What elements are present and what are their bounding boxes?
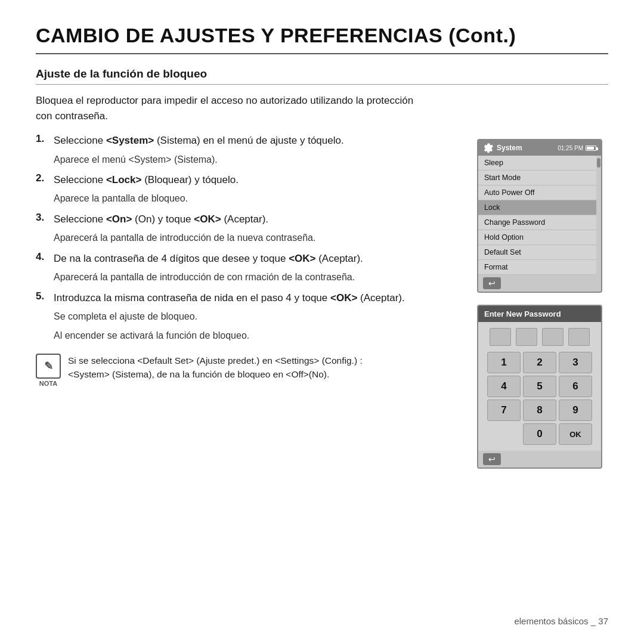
password-box-3 bbox=[542, 328, 564, 346]
num-btn-1[interactable]: 1 bbox=[487, 352, 521, 373]
step-4: 4. De na la contraseña de 4 dígitos que … bbox=[36, 251, 459, 267]
step-1-note: Aparece el menú <System> (Sistema). bbox=[54, 153, 459, 166]
step-2-note: Aparece la pantalla de bloqueo. bbox=[54, 192, 459, 205]
scrollbar bbox=[596, 156, 601, 275]
intro-text: Bloquea el reproductor para impedir el a… bbox=[36, 93, 417, 123]
step-2-text: Seleccione <Lock> (Bloquear) y tóquelo. bbox=[54, 172, 239, 188]
step-3: 3. Seleccione <On> (On) y toque <OK> (Ac… bbox=[36, 212, 459, 227]
numpad-row-1: 1 2 3 bbox=[482, 352, 597, 373]
num-btn-2[interactable]: 2 bbox=[523, 352, 556, 373]
step-3-text: Seleccione <On> (On) y toque <OK> (Acept… bbox=[54, 212, 268, 227]
back-btn-row: ↩ bbox=[478, 275, 601, 292]
device-system-title: System bbox=[497, 144, 522, 152]
back-button[interactable]: ↩ bbox=[483, 277, 501, 289]
num-btn-7[interactable]: 7 bbox=[487, 400, 521, 421]
menu-item-change-password: Change Password bbox=[478, 215, 596, 230]
menu-item-format: Format bbox=[478, 260, 596, 275]
num-btn-8[interactable]: 8 bbox=[523, 400, 556, 421]
screenshots-column: System 01:25 PM Sleep Start Mode Auto Po… bbox=[477, 139, 608, 469]
battery-icon bbox=[586, 145, 596, 151]
menu-with-scroll: Sleep Start Mode Auto Power Off Lock Cha… bbox=[478, 156, 601, 275]
password-box-4 bbox=[568, 328, 590, 346]
menu-item-hold-option: Hold Option bbox=[478, 230, 596, 245]
note-icon: ✎ bbox=[36, 354, 61, 379]
num-btn-3[interactable]: 3 bbox=[559, 352, 592, 373]
step-5-note1: Se completa el ajuste de bloqueo. bbox=[54, 310, 459, 323]
device-time: 01:25 PM bbox=[558, 145, 583, 151]
scroll-thumb bbox=[597, 158, 600, 168]
step-3-note: Aparecerá la pantalla de introducción de… bbox=[54, 231, 459, 244]
step-1-text: Seleccione <System> (Sistema) en el menú… bbox=[54, 133, 344, 148]
numpad-row-4: 0 OK bbox=[482, 423, 597, 445]
password-box-1 bbox=[490, 328, 511, 346]
note-section: ✎ NOTA Si se selecciona <Default Set> (A… bbox=[36, 354, 405, 387]
step-4-note: Aparecerá la pantalla de introducción de… bbox=[54, 271, 459, 284]
device-header: System 01:25 PM bbox=[478, 140, 601, 156]
num-btn-0[interactable]: 0 bbox=[523, 423, 556, 445]
step-5-note2: Al encender se activará la función de bl… bbox=[54, 329, 459, 342]
step-5: 5. Introduzca la misma contraseña de nid… bbox=[36, 290, 459, 306]
steps-column: 1. Seleccione <System> (Sistema) en el m… bbox=[36, 133, 459, 387]
menu-item-default-set: Default Set bbox=[478, 245, 596, 260]
pencil-icon: ✎ bbox=[44, 360, 53, 373]
password-header: Enter New Password bbox=[478, 306, 601, 322]
password-back-button[interactable]: ↩ bbox=[483, 453, 501, 465]
password-boxes bbox=[478, 322, 601, 349]
gear-icon bbox=[483, 143, 494, 153]
numpad: 1 2 3 4 5 6 7 8 9 bbox=[478, 349, 601, 451]
password-back-btn-row: ↩ bbox=[478, 451, 601, 467]
step-1: 1. Seleccione <System> (Sistema) en el m… bbox=[36, 133, 459, 148]
section-heading: Ajuste de la función de bloqueo bbox=[36, 67, 608, 85]
menu-item-start-mode: Start Mode bbox=[478, 171, 596, 185]
step-5-text: Introduzca la misma contraseña de nida e… bbox=[54, 290, 405, 306]
password-screen: Enter New Password 1 2 3 4 5 bbox=[477, 305, 602, 469]
step-2-number: 2. bbox=[36, 172, 49, 188]
step-4-number: 4. bbox=[36, 251, 49, 267]
num-btn-6[interactable]: 6 bbox=[559, 376, 592, 397]
system-menu-screenshot: System 01:25 PM Sleep Start Mode Auto Po… bbox=[477, 139, 602, 293]
menu-items: Sleep Start Mode Auto Power Off Lock Cha… bbox=[478, 156, 596, 275]
step-3-number: 3. bbox=[36, 212, 49, 227]
numpad-row-2: 4 5 6 bbox=[482, 376, 597, 397]
num-btn-ok[interactable]: OK bbox=[559, 423, 592, 445]
note-text: Si se selecciona <Default Set> (Ajuste p… bbox=[68, 354, 405, 382]
step-4-text: De na la contraseña de 4 dígitos que des… bbox=[54, 251, 363, 267]
num-btn-4[interactable]: 4 bbox=[487, 376, 521, 397]
page-footer: elementos básicos _ 37 bbox=[514, 616, 608, 626]
menu-item-lock[interactable]: Lock bbox=[478, 200, 596, 215]
page-title: CAMBIO DE AJUSTES Y PREFERENCIAS (Cont.) bbox=[36, 24, 608, 54]
menu-item-auto-power-off: Auto Power Off bbox=[478, 185, 596, 200]
numpad-row-3: 7 8 9 bbox=[482, 400, 597, 421]
num-btn-empty bbox=[487, 423, 521, 445]
password-box-2 bbox=[516, 328, 537, 346]
nota-label: NOTA bbox=[39, 380, 57, 387]
step-2: 2. Seleccione <Lock> (Bloquear) y tóquel… bbox=[36, 172, 459, 188]
menu-item-sleep: Sleep bbox=[478, 156, 596, 171]
num-btn-5[interactable]: 5 bbox=[523, 376, 556, 397]
step-5-number: 5. bbox=[36, 290, 49, 306]
step-1-number: 1. bbox=[36, 133, 49, 148]
num-btn-9[interactable]: 9 bbox=[559, 400, 592, 421]
